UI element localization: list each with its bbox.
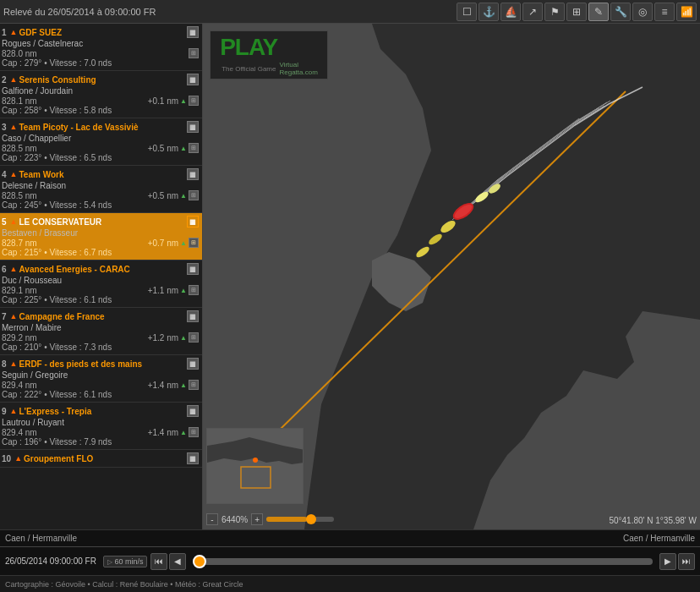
diff-value: +0.1 nm bbox=[148, 96, 178, 106]
team-detail-right: +1.4 nm ▲ ⊞ bbox=[148, 380, 199, 390]
team-detail-right: +0.7 nm ▲ ⊞ bbox=[148, 238, 199, 248]
zoom-plus-button[interactable]: + bbox=[251, 513, 263, 525]
small-grid-icon[interactable]: ⊞ bbox=[189, 332, 199, 343]
grid-icon[interactable]: ▦ bbox=[187, 405, 199, 417]
team-crew: Bestaven / Brasseur bbox=[2, 228, 199, 238]
toolbar-icon-grid[interactable]: ⊞ bbox=[566, 3, 587, 21]
team-item-8[interactable]: 8 ▲ ERDF - des pieds et des mains ▦ Segu… bbox=[0, 355, 202, 403]
team-flag-icon: ▲ bbox=[10, 407, 18, 415]
grid-icon[interactable]: ▦ bbox=[187, 26, 199, 38]
toolbar-icon-sail[interactable]: ⛵ bbox=[500, 3, 521, 21]
toolbar-icon-pen[interactable]: ✎ bbox=[588, 3, 609, 21]
team-detail: 828.5 nm +0.5 nm ▲ ⊞ bbox=[2, 190, 199, 200]
grid-icon[interactable]: ▦ bbox=[187, 310, 199, 322]
zoom-slider[interactable] bbox=[266, 517, 334, 522]
small-grid-icon[interactable]: ⊞ bbox=[189, 190, 199, 200]
team-flag-icon: ▲ bbox=[10, 312, 18, 321]
left-panel: 1 ▲ GDF SUEZ ▦ Rogues / Castelnerac 828.… bbox=[0, 24, 203, 529]
team-distance: 829.2 nm bbox=[2, 333, 37, 343]
prev-button[interactable]: ◀ bbox=[169, 553, 186, 570]
team-cap: Cap : 245° • Vitesse : 5.4 nds bbox=[2, 200, 112, 210]
toolbar-icon-layers[interactable]: ≡ bbox=[654, 3, 675, 21]
team-item-7[interactable]: 7 ▲ Campagne de France ▦ Merron / Mabire… bbox=[0, 308, 202, 355]
zoom-minus-button[interactable]: - bbox=[206, 513, 218, 525]
toolbar-icon-route[interactable]: ↗ bbox=[522, 3, 543, 21]
timeline-bar[interactable] bbox=[193, 558, 653, 565]
team-item-5[interactable]: 5 ▲ LE CONSERVATEUR ▦ Bestaven / Brasseu… bbox=[0, 213, 202, 260]
small-grid-icon[interactable]: ⊞ bbox=[189, 427, 199, 437]
team-cap: Cap : 223° • Vitesse : 6.5 nds bbox=[2, 153, 112, 162]
play-text: PLAY bbox=[220, 34, 277, 61]
bottom-playback-bar: 26/05/2014 09:00:00 FR ▷ 60 min/s ⏮ ◀ ▶ … bbox=[0, 546, 700, 575]
team-header-left: 6 ▲ Avanced Energies - CARAC bbox=[2, 265, 130, 274]
team-detail-right: +0.1 nm ▲ ⊞ bbox=[148, 96, 199, 106]
team-item-4[interactable]: 4 ▲ Team Work ▦ Delesne / Raison 828.5 n… bbox=[0, 166, 202, 213]
small-grid-icon[interactable]: ⊞ bbox=[189, 143, 199, 153]
toolbar-icon-anchor[interactable]: ⚓ bbox=[479, 3, 499, 21]
team-rank: 6 bbox=[2, 265, 7, 274]
team-header: 7 ▲ Campagne de France ▦ bbox=[2, 310, 199, 322]
small-grid-icon[interactable]: ⊞ bbox=[189, 380, 199, 390]
grid-icon[interactable]: ▦ bbox=[187, 263, 199, 275]
team-crew: Galfione / Jourdain bbox=[2, 86, 199, 96]
small-grid-icon[interactable]: ⊞ bbox=[189, 96, 199, 106]
team-crew: Rogues / Castelnerac bbox=[2, 39, 199, 48]
team-cap-speed: Cap : 225° • Vitesse : 6.1 nds bbox=[2, 295, 199, 304]
svg-point-10 bbox=[253, 458, 258, 463]
coords-bar: 50°41.80' N 1°35.98' W bbox=[609, 516, 697, 525]
team-distance: 829.4 nm bbox=[2, 381, 37, 390]
toolbar-icon-signal[interactable]: 📶 bbox=[676, 3, 697, 21]
team-distance: 828.7 nm bbox=[2, 238, 37, 248]
grid-icon[interactable]: ▦ bbox=[187, 121, 199, 133]
team-detail-right: +0.5 nm ▲ ⊞ bbox=[148, 190, 199, 200]
team-item-9[interactable]: 9 ▲ L'Express - Trepia ▦ Lautrou / Ruyan… bbox=[0, 403, 202, 450]
team-header-left: 5 ▲ LE CONSERVATEUR bbox=[2, 217, 101, 227]
coord-lon: 1°35.98' W bbox=[655, 516, 697, 525]
team-cap-speed: Cap : 222° • Vitesse : 6.1 nds bbox=[2, 390, 199, 399]
team-item-6[interactable]: 6 ▲ Avanced Energies - CARAC ▦ Duc / Rou… bbox=[0, 260, 202, 308]
zoom-slider-thumb[interactable] bbox=[306, 514, 316, 524]
team-detail: 829.2 nm +1.2 nm ▲ ⊞ bbox=[2, 332, 199, 343]
diff-value: +0.7 nm bbox=[148, 238, 178, 248]
next-button[interactable]: ▶ bbox=[659, 553, 676, 570]
top-toolbar: Relevé du 26/05/2014 à 09:00:00 FR ☐ ⚓ ⛵… bbox=[0, 0, 700, 24]
toolbar-icon-wrench[interactable]: 🔧 bbox=[610, 3, 631, 21]
grid-icon[interactable]: ▦ bbox=[187, 358, 199, 370]
playback-buttons: ⏮ ◀ bbox=[150, 553, 186, 570]
toolbar-icon-square[interactable]: ☐ bbox=[457, 3, 477, 21]
timeline-thumb[interactable] bbox=[193, 555, 206, 568]
team-detail-right: +0.5 nm ▲ ⊞ bbox=[148, 143, 199, 153]
arrow-up-icon: ▲ bbox=[180, 192, 187, 200]
grid-icon[interactable]: ▦ bbox=[187, 168, 199, 180]
small-grid-icon[interactable]: ⊞ bbox=[189, 238, 199, 248]
toolbar-icon-flag[interactable]: ⚑ bbox=[544, 3, 565, 21]
team-rank: 4 bbox=[2, 170, 7, 179]
prev-fast-button[interactable]: ⏮ bbox=[150, 553, 167, 570]
team-cap-speed: Cap : 215° • Vitesse : 6.7 nds bbox=[2, 248, 199, 257]
small-grid-icon[interactable]: ⊞ bbox=[189, 48, 199, 58]
team-cap-speed: Cap : 223° • Vitesse : 6.5 nds bbox=[2, 153, 199, 162]
zoom-bar: - 6440% + bbox=[206, 513, 334, 525]
team-header: 5 ▲ LE CONSERVATEUR ▦ bbox=[2, 216, 199, 227]
grid-icon[interactable]: ▦ bbox=[187, 216, 199, 227]
next-fast-button[interactable]: ⏭ bbox=[678, 553, 695, 570]
team-crew: Caso / Chappellier bbox=[2, 134, 199, 143]
toolbar-icon-circle[interactable]: ◎ bbox=[632, 3, 653, 21]
grid-icon[interactable]: ▦ bbox=[187, 74, 199, 85]
diff-value: +0.5 nm bbox=[148, 191, 178, 200]
team-item-10[interactable]: 10 ▲ Groupement FLO ▦ bbox=[0, 450, 202, 468]
team-item-1[interactable]: 1 ▲ GDF SUEZ ▦ Rogues / Castelnerac 828.… bbox=[0, 24, 202, 71]
team-name: Groupement FLO bbox=[24, 454, 93, 463]
team-item-3[interactable]: 3 ▲ Team Picoty - Lac de Vassiviè ▦ Caso… bbox=[0, 118, 202, 166]
team-header-left: 9 ▲ L'Express - Trepia bbox=[2, 407, 91, 416]
coord-lat: 50°41.80' N bbox=[609, 516, 653, 525]
team-detail-right: ⊞ bbox=[189, 48, 199, 58]
team-cap-speed: Cap : 245° • Vitesse : 5.4 nds bbox=[2, 200, 199, 210]
team-item-2[interactable]: 2 ▲ Serenis Consulting ▦ Galfione / Jour… bbox=[0, 71, 202, 118]
team-crew: Seguin / Gregoire bbox=[2, 370, 199, 380]
small-grid-icon[interactable]: ⊞ bbox=[189, 285, 199, 295]
team-header: 8 ▲ ERDF - des pieds et des mains ▦ bbox=[2, 358, 199, 370]
grid-icon[interactable]: ▦ bbox=[187, 452, 199, 464]
diff-value: +1.4 nm bbox=[148, 428, 178, 437]
map-panel[interactable]: PLAY The Official Game VirtualRegatta.co… bbox=[203, 24, 700, 529]
